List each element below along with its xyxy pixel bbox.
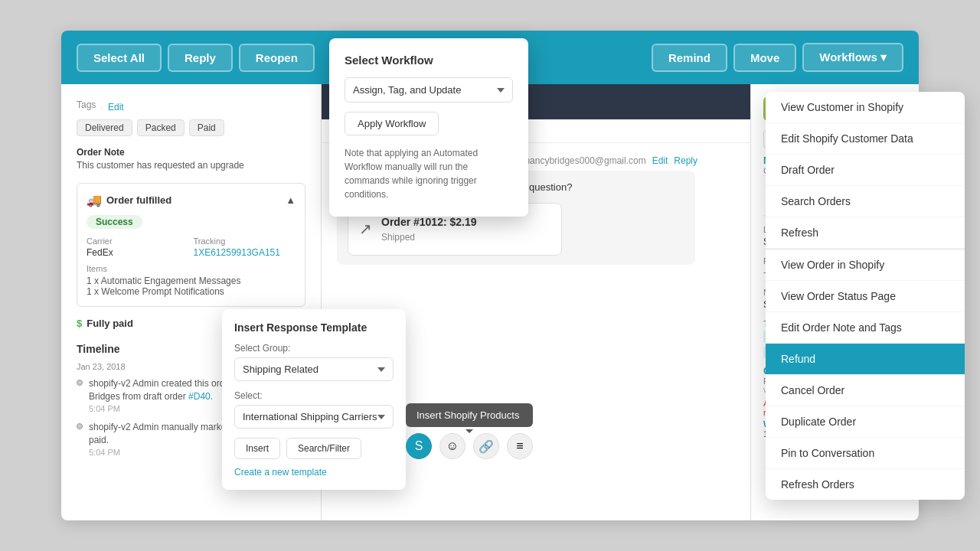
reopen-button[interactable]: Reopen	[239, 44, 315, 72]
app-background: Select All Reply Reopen Remind Move Work…	[0, 0, 980, 551]
order-note-section: Order Note This customer has requested a…	[77, 147, 305, 171]
item-1: 1 x Automatic Engagement Messages	[87, 276, 296, 286]
menu-edit-customer[interactable]: Edit Shopify Customer Data	[766, 123, 965, 155]
tracking-col: Tracking 1XE61259913GA151	[194, 236, 296, 258]
order-note-label: Order Note	[77, 147, 305, 158]
order-card-info: Order #1012: $2.19 Shipped	[381, 214, 477, 244]
tags-edit-link[interactable]: Edit	[108, 102, 124, 112]
timeline-draft-link[interactable]: #D40.	[188, 391, 213, 402]
text-icon-btn[interactable]: ≡	[507, 433, 533, 459]
menu-refund[interactable]: Refund	[766, 344, 965, 375]
menu-view-customer[interactable]: View Customer in Shopify	[766, 92, 965, 123]
reply-button[interactable]: Reply	[168, 44, 233, 72]
message-reply-link[interactable]: Reply	[674, 155, 697, 166]
create-template-link[interactable]: Create a new template	[234, 467, 394, 478]
carrier-col: Carrier FedEx	[87, 236, 189, 258]
emoji-icon-btn[interactable]: ☺	[439, 433, 466, 459]
tracking-link[interactable]: 1XE61259913GA151	[194, 247, 280, 258]
shopify-product-icon-btn[interactable]: S	[406, 433, 432, 459]
template-panel: Insert Response Template Select Group: S…	[222, 309, 406, 490]
workflow-dropdown[interactable]: Assign, Tag, and Update	[345, 77, 513, 103]
carrier-label: Carrier	[87, 236, 189, 246]
tooltip-label: Insert Shopify Products	[406, 403, 533, 427]
template-buttons: Insert Search/Filter	[234, 438, 394, 459]
menu-refresh[interactable]: Refresh	[766, 217, 965, 249]
template-panel-title: Insert Response Template	[234, 321, 394, 334]
remind-button[interactable]: Remind	[652, 44, 727, 72]
workflow-modal-title: Select Workflow	[345, 54, 513, 67]
menu-search-orders[interactable]: Search Orders	[766, 186, 965, 217]
insert-button[interactable]: Insert	[234, 438, 280, 459]
select-label: Select:	[234, 390, 394, 401]
fulfilled-label: Order fulfilled	[106, 194, 172, 206]
carrier-value: FedEx	[87, 247, 189, 258]
link-icon-btn[interactable]: 🔗	[473, 433, 499, 459]
item-2: 1 x Welcome Prompt Notifications	[87, 286, 296, 297]
menu-pin[interactable]: Pin to Conversation	[766, 438, 965, 469]
order-card-icon: ↗	[359, 217, 372, 240]
dropdown-menu: View Customer in Shopify Edit Shopify Cu…	[766, 92, 965, 500]
tracking-label: Tracking	[194, 236, 296, 246]
menu-refresh-orders[interactable]: Refresh Orders	[766, 469, 965, 500]
tags-container: Delivered Packed Paid	[77, 119, 305, 136]
tags-label: Tags	[77, 99, 96, 110]
select-all-button[interactable]: Select All	[77, 44, 162, 72]
menu-order-status[interactable]: View Order Status Page	[766, 281, 965, 312]
group-label: Select Group:	[234, 343, 394, 354]
timeline-dot-1	[77, 380, 83, 386]
chevron-up-icon[interactable]: ▲	[286, 194, 296, 206]
group-dropdown[interactable]: Shipping Related	[234, 357, 394, 381]
menu-edit-note[interactable]: Edit Order Note and Tags	[766, 312, 965, 344]
editor-toolbar-icons: S ☺ 🔗 ≡	[406, 433, 533, 459]
message-edit-link[interactable]: Edit	[652, 155, 668, 166]
move-button[interactable]: Move	[733, 44, 796, 72]
order-note-text: This customer has requested an upgrade	[77, 160, 305, 171]
workflow-modal: Select Workflow Assign, Tag, and Update …	[329, 38, 528, 217]
search-filter-button[interactable]: Search/Filter	[286, 438, 361, 459]
workflow-note: Note that applying an Automated Workflow…	[345, 146, 513, 201]
success-badge: Success	[87, 215, 142, 229]
menu-view-order[interactable]: View Order in Shopify	[766, 249, 965, 281]
menu-duplicate[interactable]: Duplicate Order	[766, 406, 965, 438]
tag-delivered: Delivered	[77, 119, 132, 136]
order-card-status: Shipped	[381, 230, 477, 244]
select-dropdown[interactable]: International Shipping Carriers	[234, 405, 394, 429]
message-email: nancybridges000@gmail.com	[524, 155, 645, 166]
tag-paid: Paid	[189, 119, 224, 136]
truck-icon: 🚚	[87, 193, 102, 207]
timeline-label: Timeline	[77, 343, 120, 355]
menu-cancel[interactable]: Cancel Order	[766, 375, 965, 406]
tag-packed: Packed	[137, 119, 185, 136]
timeline-dot-2	[77, 423, 83, 429]
fulfilled-header: 🚚 Order fulfilled ▲	[87, 193, 296, 207]
shopify-tooltip: Insert Shopify Products S ☺ 🔗 ≡	[406, 403, 533, 459]
fulfillment-grid: Carrier FedEx Tracking 1XE61259913GA151	[87, 236, 296, 258]
order-fulfilled-section: 🚚 Order fulfilled ▲ Success Carrier FedE…	[77, 183, 305, 307]
dollar-icon: $	[77, 318, 82, 329]
items-label: Items	[87, 264, 296, 273]
menu-draft-order[interactable]: Draft Order	[766, 155, 965, 186]
fully-paid-label: Fully paid	[87, 318, 133, 329]
items-list: Items 1 x Automatic Engagement Messages …	[87, 264, 296, 297]
apply-workflow-button[interactable]: Apply Workflow	[345, 112, 439, 135]
workflows-button[interactable]: Workflows ▾	[802, 43, 903, 72]
